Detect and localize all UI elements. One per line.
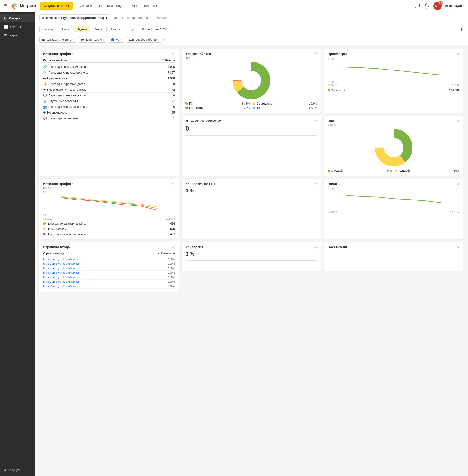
views-x-start: 04.10.22 [328,84,337,87]
views-legend-dot [328,89,330,91]
landing-page-header: Страница входа ⚙ [43,245,175,249]
traffic-row-icon: 🔍 [43,71,47,74]
visits-widget: Визиты ⚙ 8 000 04.10.22 10.10.22 [324,179,463,239]
traffic-row-name: Переходы по ссылкам на са... [48,65,88,69]
calendar-icon: ⊞ [142,28,144,31]
traffic-row-icon: 👍 [43,82,47,86]
traffic-table-row: ✳ Не определено 15 [43,110,175,115]
maps-icon: 🗺 [4,33,7,37]
traffic-row-label: ✳ Не определено [43,111,67,114]
traffic-row-icon: 📢 [43,116,47,120]
views-line-chart: 04.10.22 10.10.22 [328,61,459,80]
traffic-row-value: 68 [172,82,175,86]
header-right: MP 99 mike.polyanin [414,2,464,10]
data-type-selector[interactable]: Данные: без роботов ▾ [126,37,161,43]
detail-level-selector[interactable]: Детализация: по дням ▾ [39,37,76,43]
dashboard-icon: ⊞ [4,16,7,20]
visitors-widget: Посетители ⚙ [324,242,463,270]
svg-point-6 [246,75,257,86]
traffic-table-row: 🔍 Переходы из поисковых сис... 7 867 [43,70,175,75]
traffic-source-chart-gear[interactable]: ⚙ [172,182,175,186]
filter-today[interactable]: Сегодня [39,26,57,32]
device-type-gear[interactable]: ⚙ [314,52,317,56]
sidebar-item-maps[interactable]: 🗺 Карты [0,31,35,40]
collapse-button[interactable]: ◀ Свернуть [0,466,35,474]
gender-legend-dot [395,169,397,172]
gender-subtitle: Визиты [328,123,337,126]
conversion-lp1-title: Конверсия по LP1 [185,182,215,186]
filter-year[interactable]: Год [127,26,137,32]
conversion-lp1-gear[interactable]: ⚙ [314,182,317,186]
ecommerce-gear[interactable]: ⚙ [314,119,317,123]
traffic-row-value: 42 [172,88,175,91]
visits-gear[interactable]: ⚙ [456,182,459,186]
traffic-row-label: 📢 Переходы по рекламе [43,116,78,120]
nav-account[interactable]: Настройка аккаунта [98,4,126,8]
traffic-row-label: 👍 Переходы из рекомендател... [43,82,88,86]
chat-icon[interactable] [414,3,420,9]
traffic-row-name: Не определено [47,111,67,114]
account-name: Metrika Demo (yandex.ru/support/metrica) [42,16,104,19]
views-widget: Просмотры ⚙ 40 000 04.10.22 10.10.22 20 … [324,49,463,113]
ecommerce-title: ym:s:ecommerceRevenue [185,119,221,122]
hamburger-menu-icon[interactable]: ☰ [4,3,8,9]
gender-legend-label: женский [399,169,410,172]
traffic-row-value: 7 867 [168,71,175,74]
device-legend-item: Смартфоны 10,9% [253,102,317,105]
legend-label: Планшеты [189,106,203,110]
ts-legend-value: 464 [170,222,175,225]
gender-donut-chart [328,129,459,167]
filter-month[interactable]: Месяц [92,26,106,32]
nav-help[interactable]: Помощь ▾ [143,4,157,8]
landing-table-row: https://forms.yandex.ru/surveys... 100% [43,261,175,266]
landing-table-row: https://forms.yandex.ru/surveys... 100% [43,280,175,284]
bell-icon[interactable] [424,3,430,9]
accuracy-selector[interactable]: Точность: 100% ▾ [78,37,106,43]
sidebar-item-reports[interactable]: 📊 Отчеты [0,22,35,31]
traffic-row-value: 1 [173,117,175,120]
traffic-row-name: Переходы из мессенджеров [48,94,86,97]
traffic-table-row: 📢 Переходы по рекламе 1 [43,115,175,121]
device-legend-item: ТВ 0,01% [253,106,317,110]
date-range-text: 4 — 10 окт 2022 [145,28,167,31]
traffic-row-name: Переходы с почтовых рассы... [47,88,87,91]
gender-gear[interactable]: ⚙ [456,119,459,123]
conversion-lp1-widget: Конверсия по LP1 ⚙ 0 % [182,179,321,239]
views-gear[interactable]: ⚙ [456,52,459,56]
filter-week[interactable]: Неделя [74,26,90,32]
export-button[interactable]: ⬆ [460,27,463,32]
traffic-row-icon: 🔗 [43,65,47,69]
gender-legend-dot [328,169,330,172]
visitors-gear[interactable]: ⚙ [456,245,459,249]
device-type-header: Тип устройства Визиты ⚙ [185,52,317,59]
user-avatar[interactable]: MP 99 [433,2,441,10]
create-counter-button[interactable]: Создать счётчик [40,2,73,10]
landing-conv: 100% [168,271,175,274]
nav-counters[interactable]: Счётчики [79,4,92,8]
collapse-label: Свернуть [8,468,20,472]
traffic-row-name: Прямые заходы [47,77,68,80]
traffic-row-label: 👥 Переходы из социальных се... [43,105,89,109]
landing-table-row: https://forms.yandex.ru/surveys... 100% [43,270,175,275]
account-url: yandex.ru/support/metrica/ · 29761725 [114,16,167,19]
filter-yesterday[interactable]: Вчера [58,26,72,32]
landing-page-gear[interactable]: ⚙ [172,245,175,249]
gender-legend: мужской 64% женский 36% [328,169,459,172]
ecommerce-header: ym:s:ecommerceRevenue ⚙ [185,119,317,123]
counters-text: 7/7 [115,38,119,42]
sidebar-item-dashboard[interactable]: ⊞ Сводка [0,14,35,22]
landing-page-table-header: Страница входа ▼ Конверсия [43,251,175,256]
views-y-40000: 40 000 [328,58,459,60]
landing-table-row: https://forms.yandex.ru/surveys... 100% [43,284,175,289]
device-legend-item: Планшеты 0,32% [185,106,250,110]
account-selector[interactable]: Metrika Demo (yandex.ru/support/metrica)… [39,14,110,21]
traffic-source-gear[interactable]: ⚙ [172,52,175,56]
filter-quarter[interactable]: Квартал [108,26,125,32]
traffic-table-row: 🔗 Переходы по ссылкам на са... 17 905 [43,64,175,70]
ts-legend-label: Прямые заходы [47,227,66,230]
nav-api[interactable]: API [132,4,137,8]
counters-selector[interactable]: 🔵 7/7 ▾ [108,37,124,43]
date-range-selector[interactable]: ⊞ 4 — 10 окт 2022 [139,26,170,32]
col-page: Страница входа [43,252,64,255]
conversion-gear[interactable]: ⚙ [314,245,317,249]
